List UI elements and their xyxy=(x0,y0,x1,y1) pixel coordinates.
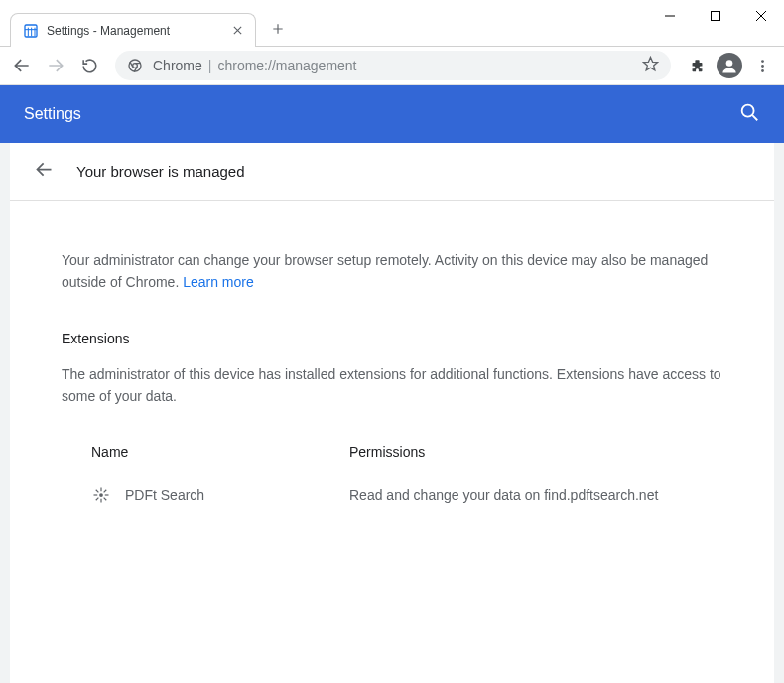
learn-more-link[interactable]: Learn more xyxy=(183,274,254,290)
url-text: chrome://management xyxy=(217,58,642,73)
extension-name: PDFt Search xyxy=(125,487,349,503)
content-area: Your administrator can change your brows… xyxy=(10,201,774,683)
table-header: Name Permissions xyxy=(62,434,722,470)
address-bar[interactable]: Chrome | chrome://management xyxy=(115,51,671,80)
close-window-button[interactable] xyxy=(738,0,784,32)
back-button[interactable] xyxy=(8,52,36,79)
minimize-button[interactable] xyxy=(647,0,693,32)
search-icon[interactable] xyxy=(738,101,760,127)
svg-point-13 xyxy=(742,105,754,117)
back-arrow-icon[interactable] xyxy=(34,159,55,184)
svg-point-10 xyxy=(761,60,764,63)
tab-title: Settings - Management xyxy=(47,24,229,38)
menu-icon[interactable] xyxy=(748,52,776,79)
extensions-icon[interactable] xyxy=(683,52,711,79)
forward-button[interactable] xyxy=(42,52,69,79)
column-permissions: Permissions xyxy=(349,444,693,460)
reload-button[interactable] xyxy=(75,52,103,79)
description-text: Your administrator can change your brows… xyxy=(62,252,708,290)
svg-point-12 xyxy=(761,69,764,72)
svg-line-23 xyxy=(96,497,99,500)
url-separator: | xyxy=(208,58,212,73)
svg-point-9 xyxy=(726,60,733,67)
svg-line-20 xyxy=(96,490,99,493)
tab-favicon-icon xyxy=(23,23,39,39)
svg-point-11 xyxy=(761,65,764,68)
bookmark-star-icon[interactable] xyxy=(642,56,659,76)
browser-tab[interactable]: Settings - Management xyxy=(10,13,256,47)
close-tab-icon[interactable] xyxy=(229,23,245,39)
settings-header: Settings xyxy=(0,85,784,143)
url-scheme: Chrome xyxy=(153,58,202,73)
svg-line-22 xyxy=(104,490,107,493)
window-controls xyxy=(647,0,784,32)
profile-avatar[interactable] xyxy=(717,53,742,78)
extension-permission: Read and change your data on find.pdftse… xyxy=(349,487,693,503)
svg-point-15 xyxy=(99,493,103,497)
subheader: Your browser is managed xyxy=(10,143,774,201)
extensions-description: The administrator of this device has ins… xyxy=(62,364,722,407)
page-container: Settings Your browser is managed Your ad… xyxy=(0,85,784,683)
management-description: Your administrator can change your brows… xyxy=(62,250,722,293)
extension-icon xyxy=(91,485,111,505)
subheader-title: Your browser is managed xyxy=(76,163,245,180)
extensions-heading: Extensions xyxy=(62,331,722,346)
page-title: Settings xyxy=(24,105,738,123)
maximize-button[interactable] xyxy=(693,0,738,32)
browser-toolbar: Chrome | chrome://management xyxy=(0,46,784,85)
column-name: Name xyxy=(91,444,349,460)
titlebar: Settings - Management xyxy=(0,0,784,46)
svg-line-21 xyxy=(104,497,107,500)
svg-rect-6 xyxy=(712,12,720,21)
extensions-table: Name Permissions PDFt Search Read and ch… xyxy=(62,434,722,521)
new-tab-button[interactable] xyxy=(264,15,292,43)
svg-line-14 xyxy=(752,115,757,120)
chrome-icon xyxy=(127,58,143,73)
table-row: PDFt Search Read and change your data on… xyxy=(62,470,722,521)
